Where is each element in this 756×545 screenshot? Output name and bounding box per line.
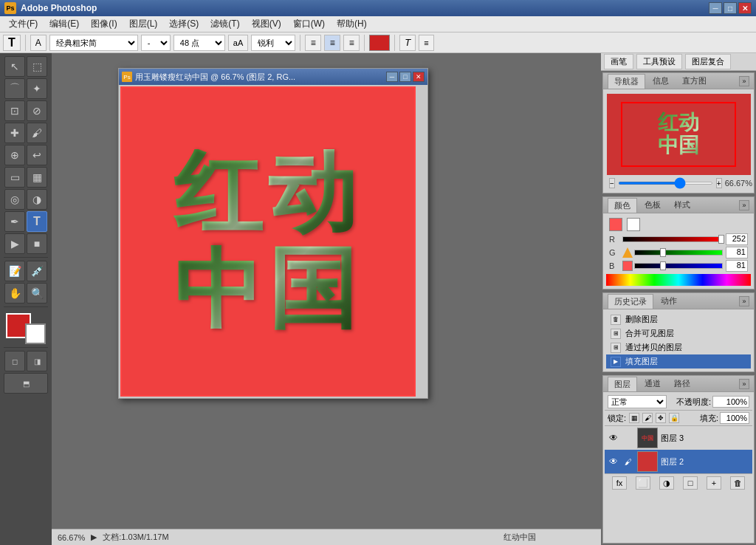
menu-help[interactable]: 帮助(H) (331, 16, 373, 32)
info-tab[interactable]: 信息 (647, 74, 675, 89)
layer-2-visibility[interactable]: 👁 (608, 456, 619, 467)
lock-image-button[interactable]: 🖌 (642, 413, 653, 423)
layers-tab[interactable]: 图层 (608, 377, 637, 391)
doc-restore-button[interactable]: □ (399, 72, 411, 82)
layers-panel-close[interactable]: » (739, 379, 749, 389)
text-tool[interactable]: T (27, 211, 47, 232)
b-value[interactable]: 81 (726, 260, 748, 272)
new-group-button[interactable]: □ (683, 476, 698, 490)
zoom-in-button[interactable]: + (716, 178, 722, 188)
magic-wand-tool[interactable]: ✦ (27, 78, 47, 99)
eraser-tool[interactable]: ▭ (4, 167, 25, 188)
pen-tool[interactable]: ✒ (4, 211, 25, 232)
b-channel-thumb[interactable] (660, 261, 666, 270)
slice-tool[interactable]: ⊘ (27, 100, 47, 121)
menu-edit[interactable]: 编辑(E) (44, 16, 85, 32)
layer-3-visibility[interactable]: 👁 (608, 432, 619, 444)
lasso-tool[interactable]: ⌒ (4, 78, 25, 99)
doc-close-button[interactable]: ✕ (413, 72, 425, 82)
character-palette-button[interactable]: ≡ (419, 35, 433, 51)
color-panel-close[interactable]: » (739, 200, 749, 210)
bg-swatch[interactable] (627, 218, 640, 231)
actions-tab[interactable]: 动作 (655, 294, 683, 309)
lock-all-button[interactable]: 🔒 (669, 413, 679, 423)
move-tool[interactable]: ↖ (4, 56, 25, 77)
menu-file[interactable]: 文件(F) (3, 16, 44, 32)
crop-tool[interactable]: ⊡ (4, 100, 25, 121)
font-family-select[interactable]: 经典粗宋简 (49, 35, 138, 51)
g-channel-thumb[interactable] (660, 248, 666, 257)
font-size-select[interactable]: 48 点 (173, 35, 225, 51)
zoom-slider[interactable] (618, 182, 713, 185)
menu-view[interactable]: 视图(V) (246, 16, 287, 32)
fill-value[interactable]: 100% (720, 412, 749, 424)
fg-swatch[interactable] (609, 218, 622, 231)
brush-tool[interactable]: 🖌 (27, 123, 47, 143)
warp-text-button[interactable]: T (399, 35, 416, 51)
opacity-value[interactable]: 100% (712, 396, 749, 408)
background-color[interactable] (25, 323, 46, 344)
add-mask-button[interactable]: ⬜ (636, 476, 650, 490)
maximize-button[interactable]: □ (724, 2, 737, 14)
blur-tool[interactable]: ◎ (4, 189, 25, 210)
styles-tab[interactable]: 样式 (668, 198, 696, 213)
g-value[interactable]: 81 (726, 247, 748, 258)
delete-layer-button[interactable]: 🗑 (730, 476, 745, 490)
menu-layer[interactable]: 图层(L) (123, 16, 164, 32)
brush-presets-button[interactable]: 画笔 (604, 54, 633, 69)
adjustment-layer-button[interactable]: ◑ (659, 476, 674, 490)
swatches-tab[interactable]: 色板 (639, 198, 667, 213)
zoom-out-button[interactable]: − (609, 178, 615, 188)
history-tab[interactable]: 历史记录 (608, 294, 653, 309)
standard-mode[interactable]: ◻ (4, 351, 25, 371)
align-left-button[interactable]: ≡ (305, 35, 321, 51)
lock-transparent-button[interactable]: ▦ (629, 413, 639, 423)
healing-brush-tool[interactable]: ✚ (4, 123, 25, 143)
blend-mode-select[interactable]: 正常 (608, 395, 667, 408)
lock-position-button[interactable]: ✥ (656, 413, 666, 423)
tool-presets-button[interactable]: 工具预设 (636, 54, 682, 69)
clone-stamp-tool[interactable]: ⊕ (4, 145, 25, 165)
shape-tool[interactable]: ■ (27, 233, 47, 254)
screen-mode[interactable]: ⬒ (4, 373, 48, 394)
color-tab[interactable]: 颜色 (608, 198, 637, 213)
paths-tab[interactable]: 路径 (668, 377, 696, 391)
menu-window[interactable]: 窗口(W) (287, 16, 331, 32)
history-item-3[interactable]: ⊞ 通过拷贝的图层 (606, 340, 751, 354)
navigator-panel-close[interactable]: » (739, 76, 749, 86)
history-item-1[interactable]: 🗑 删除图层 (606, 312, 751, 326)
menu-filter[interactable]: 滤镜(T) (205, 16, 245, 32)
histogram-tab[interactable]: 直方图 (676, 74, 712, 89)
text-color-swatch[interactable] (369, 35, 390, 51)
menu-image[interactable]: 图像(I) (85, 16, 123, 32)
layer-comps-button[interactable]: 图层复合 (685, 54, 731, 69)
channels-tab[interactable]: 通道 (639, 377, 667, 391)
color-spectrum[interactable] (606, 274, 751, 286)
minimize-button[interactable]: ─ (709, 2, 722, 14)
zoom-tool[interactable]: 🔍 (27, 283, 47, 304)
hand-tool[interactable]: ✋ (4, 283, 25, 304)
eyedropper-tool[interactable]: 💉 (27, 261, 47, 281)
marquee-tool[interactable]: ⬚ (27, 56, 47, 77)
layer-style-button[interactable]: fx (612, 476, 627, 490)
r-value[interactable]: 252 (726, 233, 748, 245)
history-brush-tool[interactable]: ↩ (27, 145, 47, 165)
status-arrow[interactable]: ▶ (91, 532, 97, 542)
gamut-warning-swatch[interactable] (622, 261, 633, 271)
history-item-4[interactable]: ▶ 填充图层 (606, 354, 751, 369)
navigator-tab[interactable]: 导航器 (608, 74, 645, 89)
quick-mask-mode[interactable]: ◨ (27, 351, 47, 371)
dodge-tool[interactable]: ◑ (27, 189, 47, 210)
close-button[interactable]: ✕ (738, 2, 752, 14)
notes-tool[interactable]: 📝 (4, 261, 25, 281)
align-right-button[interactable]: ≡ (343, 35, 360, 51)
font-style-select[interactable]: - (141, 35, 171, 51)
document-window[interactable]: Ps 用玉雕镂瘦红动中国 @ 66.7% (图层 2, RG... ─ □ ✕ … (118, 68, 428, 399)
anti-alias-select[interactable]: 锐利 (251, 35, 295, 51)
doc-minimize-button[interactable]: ─ (386, 72, 398, 82)
path-selection-tool[interactable]: ▶ (4, 233, 25, 254)
new-layer-button[interactable]: + (707, 476, 721, 490)
r-channel-thumb[interactable] (718, 235, 724, 244)
gradient-tool[interactable]: ▦ (27, 167, 47, 188)
text-orientation-button[interactable]: A (30, 35, 47, 51)
